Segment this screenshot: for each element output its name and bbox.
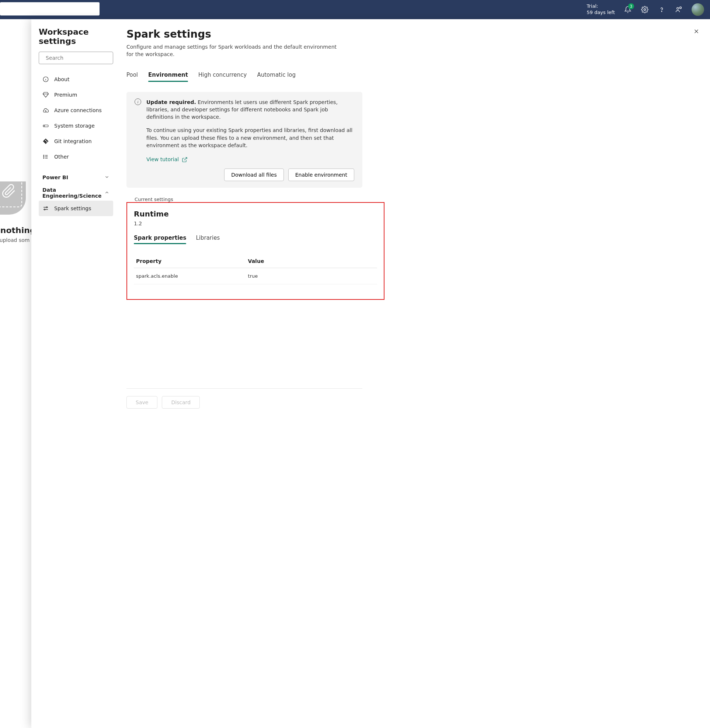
svg-point-0	[644, 9, 646, 11]
svg-point-2	[677, 7, 679, 9]
user-avatar[interactable]	[692, 3, 704, 16]
global-search-input[interactable]	[0, 2, 100, 16]
trial-line1: Trial:	[587, 3, 615, 10]
help-icon[interactable]	[658, 6, 666, 14]
trial-line2: 59 days left	[587, 10, 615, 16]
person-feedback-icon[interactable]	[675, 6, 683, 14]
notifications-badge: 3	[628, 3, 634, 9]
notifications-icon[interactable]: 3	[624, 6, 632, 14]
top-bar: Trial: 59 days left 3	[0, 0, 710, 19]
trial-status: Trial: 59 days left	[587, 3, 615, 16]
svg-point-3	[680, 7, 682, 9]
settings-gear-icon[interactable]	[641, 6, 649, 14]
